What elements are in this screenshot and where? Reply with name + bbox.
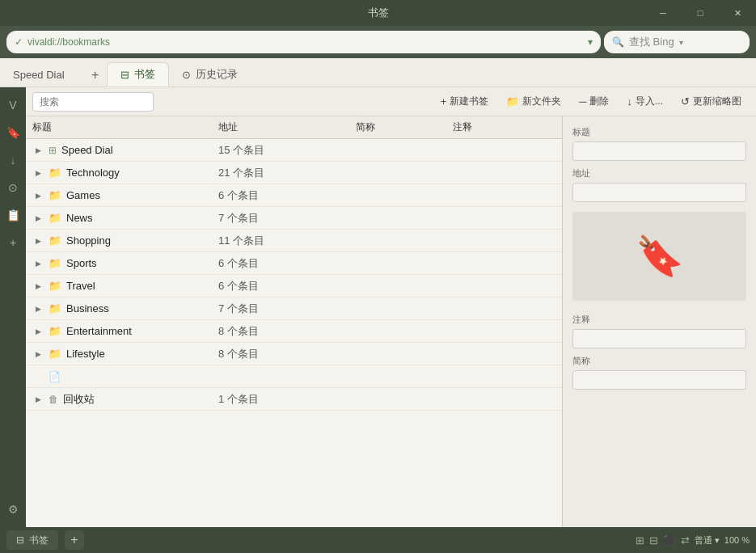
table-row[interactable]: 📄 (26, 365, 562, 388)
settings-icon: ⚙ (8, 503, 19, 516)
addressbar: ✓ vivaldi://bookmarks ▾ 🔍 查找 Bing ▾ (0, 26, 756, 58)
row-title-text: 回收站 (63, 392, 95, 407)
bookmark-large-icon: 🔖 (636, 234, 684, 279)
speed-dial-label: Speed Dial (13, 69, 65, 81)
table-row[interactable]: ▶ 📁 Shopping 11 个条目 (26, 230, 562, 252)
table-row[interactable]: ▶ 📁 Technology 21 个条目 (26, 162, 562, 184)
bookmark-search-input[interactable] (32, 92, 154, 112)
col-header-short: 简称 (356, 120, 453, 134)
sidebar-icon-downloads[interactable]: ↓ (2, 149, 24, 171)
delete-button[interactable]: ─ 删除 (571, 91, 617, 112)
detail-panel: 标题 地址 🔖 注释 简称 (562, 116, 756, 527)
search-dropdown-icon: ▾ (679, 38, 683, 47)
status-icon-1[interactable]: ⊞ (636, 534, 644, 547)
expand-icon[interactable]: ▶ (32, 327, 44, 336)
detail-note-input[interactable] (572, 329, 746, 348)
expand-icon[interactable]: ▶ (32, 282, 44, 290)
row-title-text: Games (66, 189, 100, 201)
folder-row-icon: 📁 (49, 348, 61, 360)
row-title-cell: 📄 (32, 371, 218, 382)
new-bookmark-button[interactable]: + 新建书签 (433, 91, 497, 112)
new-tab-button[interactable]: + (84, 64, 107, 87)
expand-icon[interactable]: ▶ (32, 192, 44, 200)
detail-short-label: 简称 (572, 355, 746, 367)
sidebar-icon-vivaldi[interactable]: V (2, 94, 24, 116)
detail-address-label: 地址 (572, 167, 746, 179)
expand-icon[interactable]: ▶ (32, 214, 44, 222)
row-address-cell: 6 个条目 (218, 256, 356, 271)
notes-icon: 📋 (6, 209, 20, 222)
table-row[interactable]: ▶ 📁 Games 6 个条目 (26, 184, 562, 207)
folder-row-icon: 📁 (49, 325, 61, 337)
sidebar-icons-panel: V 🔖 ↓ ⊙ 📋 + ⚙ (0, 87, 26, 527)
close-button[interactable]: ✕ (719, 0, 756, 26)
new-folder-button[interactable]: 📁 新文件夹 (498, 91, 569, 112)
update-thumbnail-button[interactable]: ↺ 更新缩略图 (673, 91, 750, 112)
status-tab-label[interactable]: ⊟ 书签 (6, 530, 58, 550)
expand-icon[interactable]: ▶ (32, 350, 44, 358)
row-title-cell: ▶ ⊞ Speed Dial (32, 144, 218, 156)
tab-speed-dial[interactable]: Speed Dial (6, 62, 71, 87)
minimize-button[interactable]: ─ (644, 0, 682, 26)
vivaldi-icon: V (9, 99, 16, 112)
table-row[interactable]: ▶ ⊞ Speed Dial 15 个条目 (26, 139, 562, 162)
table-row[interactable]: ▶ 📁 Sports 6 个条目 (26, 252, 562, 275)
import-icon: ↓ (627, 95, 632, 108)
table-row[interactable]: ▶ 📁 News 7 个条目 (26, 207, 562, 230)
status-add-button[interactable]: + (65, 530, 84, 550)
tab-bookmarks[interactable]: ⊟ 书签 (107, 62, 169, 87)
import-button[interactable]: ↓ 导入... (619, 91, 671, 112)
expand-icon[interactable]: ▶ (32, 260, 44, 268)
sidebar-icon-settings[interactable]: ⚙ (2, 498, 24, 521)
status-icon-2[interactable]: ⊟ (649, 534, 658, 547)
detail-title-input[interactable] (572, 141, 746, 161)
file-row-icon: 📄 (49, 371, 61, 382)
row-title-text: Sports (66, 257, 97, 269)
address-bar-input[interactable]: ✓ vivaldi://bookmarks ▾ (6, 31, 601, 53)
statusbar: ⊟ 书签 + ⊞ ⊟ ⬛ ⇄ 普通 ▾ 100 % (0, 527, 756, 553)
search-bar[interactable]: 🔍 查找 Bing ▾ (604, 31, 750, 53)
row-title-text: Entertainment (66, 325, 132, 337)
row-address-cell: 7 个条目 (218, 302, 356, 316)
table-header: 标题 地址 简称 注释 (26, 116, 562, 139)
row-title-text: Technology (66, 167, 120, 179)
row-title-cell: ▶ 📁 Travel (32, 280, 218, 292)
sidebar-icon-history[interactable]: ⊙ (2, 176, 24, 199)
bookmark-toolbar: + 新建书签 📁 新文件夹 ─ 删除 ↓ 导入... ↺ 更新缩略图 (26, 87, 756, 116)
detail-note-label: 注释 (572, 314, 746, 326)
table-row[interactable]: ▶ 📁 Entertainment 8 个条目 (26, 320, 562, 343)
row-title-cell: ▶ 🗑 回收站 (32, 392, 218, 407)
expand-icon[interactable]: ▶ (32, 305, 44, 313)
bookmark-icon: 🔖 (6, 126, 20, 139)
bookmark-preview: 🔖 (572, 212, 746, 301)
expand-icon[interactable]: ▶ (32, 395, 44, 403)
expand-icon[interactable]: ▶ (32, 237, 44, 245)
row-address-cell: 1 个条目 (218, 392, 356, 407)
table-row[interactable]: ▶ 📁 Travel 6 个条目 (26, 275, 562, 298)
bookmarks-tab-icon: ⊟ (120, 69, 129, 81)
expand-icon[interactable]: ▶ (32, 169, 44, 177)
status-tab-text: 书签 (29, 534, 49, 547)
detail-short-input[interactable] (572, 370, 746, 390)
speed-dial-row-icon: ⊞ (49, 145, 57, 156)
history-icon: ⊙ (8, 181, 18, 194)
expand-icon[interactable]: ▶ (32, 146, 44, 154)
status-icon-4[interactable]: ⇄ (681, 534, 690, 547)
folder-row-icon: 📁 (49, 212, 61, 224)
row-title-cell: ▶ 📁 Shopping (32, 234, 218, 247)
row-address-cell: 6 个条目 (218, 279, 356, 293)
refresh-icon: ↺ (681, 95, 690, 108)
maximize-button[interactable]: □ (682, 0, 719, 26)
table-row[interactable]: ▶ 📁 Business 7 个条目 (26, 298, 562, 320)
window-controls: ─ □ ✕ (644, 0, 756, 26)
delete-icon: ─ (579, 95, 586, 108)
table-row[interactable]: ▶ 📁 Lifestyle 8 个条目 (26, 343, 562, 365)
sidebar-icon-bookmarks[interactable]: 🔖 (2, 121, 24, 144)
bookmarks-panel: + 新建书签 📁 新文件夹 ─ 删除 ↓ 导入... ↺ 更新缩略图 (26, 87, 756, 527)
sidebar-icon-add[interactable]: + (2, 231, 24, 254)
detail-address-input[interactable] (572, 183, 746, 202)
tab-history[interactable]: ⊙ 历史记录 (169, 62, 251, 87)
sidebar-icon-notes[interactable]: 📋 (2, 204, 24, 226)
table-row[interactable]: ▶ 🗑 回收站 1 个条目 (26, 388, 562, 411)
status-icon-3[interactable]: ⬛ (663, 534, 676, 547)
